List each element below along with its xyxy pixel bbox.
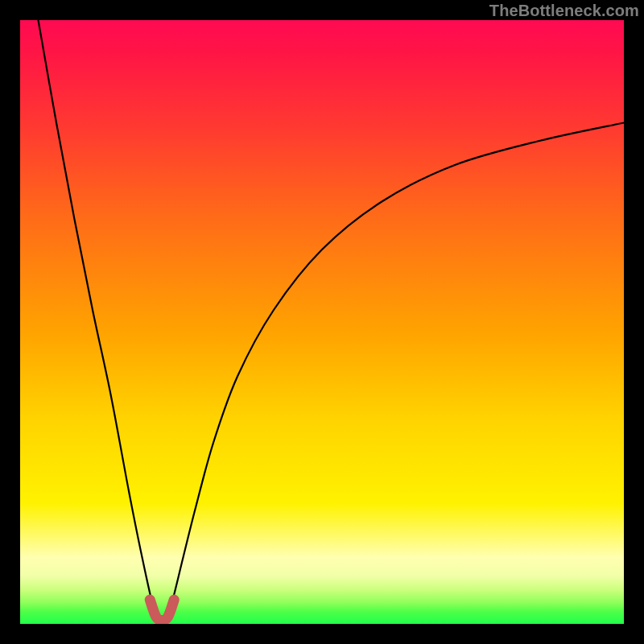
watermark-text: TheBottleneck.com <box>489 2 639 20</box>
optimal-range-marker <box>150 600 174 621</box>
bottleneck-curve <box>39 20 625 619</box>
chart-frame: TheBottleneck.com <box>0 0 644 644</box>
curve-layer <box>20 20 624 624</box>
plot-area <box>20 20 624 624</box>
